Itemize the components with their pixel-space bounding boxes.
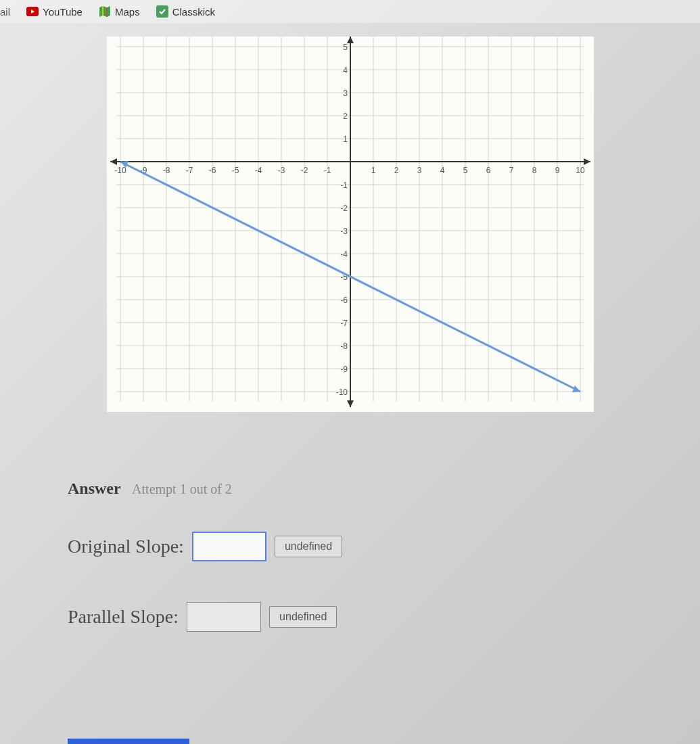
parallel-slope-label: Parallel Slope: bbox=[68, 606, 179, 628]
classkick-icon bbox=[156, 5, 168, 18]
bookmark-maps[interactable]: Maps bbox=[99, 5, 140, 18]
svg-text:5: 5 bbox=[463, 166, 467, 175]
svg-text:-4: -4 bbox=[254, 166, 262, 175]
parallel-slope-row: Parallel Slope: undefined bbox=[68, 602, 700, 632]
svg-text:6: 6 bbox=[486, 166, 490, 175]
svg-text:-7: -7 bbox=[185, 166, 193, 175]
svg-text:-6: -6 bbox=[208, 166, 216, 175]
attempt-text: Attempt 1 out of 2 bbox=[132, 482, 232, 496]
svg-text:3: 3 bbox=[343, 89, 348, 98]
svg-text:-4: -4 bbox=[340, 250, 348, 259]
svg-text:-3: -3 bbox=[277, 166, 285, 175]
bookmark-label: Classkick bbox=[172, 6, 215, 18]
svg-text:-7: -7 bbox=[340, 319, 348, 328]
svg-text:-10: -10 bbox=[114, 166, 126, 175]
bookmark-partial: ail bbox=[0, 6, 10, 18]
svg-text:-5: -5 bbox=[231, 166, 239, 175]
graph-container: x -10 -9 -8 -7 -6 -5 -4 -3 -2 -1 1 2 3 4… bbox=[0, 37, 700, 412]
svg-text:5: 5 bbox=[343, 43, 348, 52]
original-slope-input[interactable] bbox=[192, 532, 266, 561]
bookmarks-bar: ail YouTube Maps Classkick bbox=[0, 0, 700, 23]
bookmark-label: YouTube bbox=[43, 6, 83, 18]
answer-section: Answer Attempt 1 out of 2 Original Slope… bbox=[0, 452, 700, 632]
original-slope-row: Original Slope: undefined bbox=[68, 532, 700, 561]
answer-label: Answer bbox=[68, 480, 121, 497]
bookmark-youtube[interactable]: YouTube bbox=[26, 5, 83, 18]
svg-text:-1: -1 bbox=[323, 166, 331, 175]
original-slope-label: Original Slope: bbox=[68, 536, 184, 557]
svg-text:-6: -6 bbox=[340, 296, 348, 305]
parallel-slope-input[interactable] bbox=[187, 602, 261, 632]
svg-text:-8: -8 bbox=[340, 342, 348, 351]
svg-text:-9: -9 bbox=[340, 365, 348, 374]
svg-text:-8: -8 bbox=[162, 166, 170, 175]
svg-text:-2: -2 bbox=[300, 166, 308, 175]
undefined-button-original[interactable]: undefined bbox=[275, 536, 342, 557]
svg-text:1: 1 bbox=[371, 166, 375, 175]
svg-text:4: 4 bbox=[343, 66, 348, 75]
maps-icon bbox=[99, 5, 111, 18]
svg-text:2: 2 bbox=[394, 166, 398, 175]
svg-text:2: 2 bbox=[343, 112, 348, 121]
svg-text:-10: -10 bbox=[335, 388, 348, 397]
svg-text:-1: -1 bbox=[340, 181, 348, 190]
svg-text:4: 4 bbox=[440, 166, 444, 175]
bookmark-classkick[interactable]: Classkick bbox=[156, 5, 215, 18]
progress-bar bbox=[68, 739, 189, 744]
coordinate-graph: x -10 -9 -8 -7 -6 -5 -4 -3 -2 -1 1 2 3 4… bbox=[107, 37, 594, 412]
undefined-button-parallel[interactable]: undefined bbox=[269, 606, 337, 628]
svg-text:10: 10 bbox=[576, 166, 585, 175]
youtube-icon bbox=[26, 5, 39, 18]
svg-text:8: 8 bbox=[532, 166, 536, 175]
svg-text:9: 9 bbox=[555, 166, 559, 175]
svg-text:-2: -2 bbox=[340, 204, 348, 213]
svg-text:3: 3 bbox=[417, 166, 421, 175]
svg-text:1: 1 bbox=[343, 135, 348, 144]
svg-text:-3: -3 bbox=[340, 227, 348, 236]
svg-text:7: 7 bbox=[509, 166, 513, 175]
bookmark-label: Maps bbox=[115, 6, 140, 18]
answer-header: Answer Attempt 1 out of 2 bbox=[68, 480, 700, 498]
svg-rect-1 bbox=[156, 5, 168, 18]
